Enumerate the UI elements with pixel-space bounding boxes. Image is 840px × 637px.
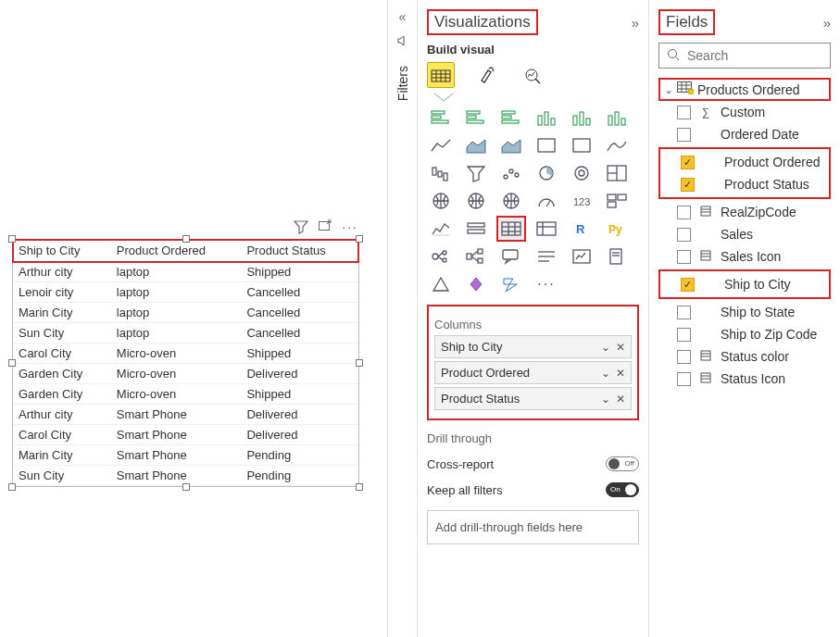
format-visual-tab[interactable] — [473, 62, 501, 88]
filters-pane-collapsed[interactable]: « Filters — [388, 0, 418, 637]
field-item[interactable]: Product Ordered — [662, 151, 827, 173]
viz-paginated-icon[interactable] — [604, 245, 630, 268]
keep-all-filters-toggle[interactable]: On — [606, 482, 639, 497]
field-item[interactable]: Ship to State — [658, 301, 831, 323]
viz-qa-icon[interactable] — [498, 245, 524, 268]
column-header[interactable]: Product Ordered — [111, 240, 242, 262]
viz-matrix-icon[interactable] — [533, 218, 559, 240]
remove-field-icon[interactable]: ✕ — [616, 393, 625, 406]
fields-search-input[interactable] — [685, 47, 822, 64]
table-row[interactable]: Arthur citySmart PhoneDelivered — [13, 405, 358, 425]
viz-line-clustered-icon[interactable] — [533, 134, 559, 156]
table-row[interactable]: Carol CityMicro-ovenShipped — [13, 343, 358, 364]
viz-filled-map-icon[interactable] — [463, 190, 489, 212]
filter-icon[interactable] — [294, 219, 308, 237]
field-checkbox[interactable] — [677, 372, 691, 386]
viz-r-visual-icon[interactable]: R — [569, 218, 595, 240]
field-checkbox[interactable] — [677, 250, 691, 264]
column-field-well[interactable]: Product Ordered⌄✕ — [434, 361, 632, 384]
remove-field-icon[interactable]: ✕ — [616, 341, 625, 354]
viz-donut-icon[interactable] — [569, 162, 595, 184]
viz-area-icon[interactable] — [463, 134, 489, 156]
field-item[interactable]: Ship to Zip Code — [658, 323, 831, 345]
column-field-well[interactable]: Product Status⌄✕ — [434, 387, 632, 410]
viz-waterfall-icon[interactable] — [428, 162, 454, 184]
viz-gauge-icon[interactable] — [533, 190, 559, 212]
viz-clustered-bar-icon[interactable] — [463, 106, 489, 129]
viz-multi-card-icon[interactable] — [604, 190, 630, 212]
viz-stacked-column-100-icon[interactable] — [604, 106, 630, 129]
table-visual[interactable]: ··· Ship to City Product Ordered Product… — [12, 239, 359, 487]
viz-stacked-bar-100-icon[interactable] — [498, 106, 524, 129]
field-checkbox[interactable] — [677, 228, 691, 242]
table-row[interactable]: Arthur citylaptopShipped — [13, 262, 358, 282]
viz-kpi-icon[interactable] — [428, 218, 454, 240]
viz-decomp-tree-icon[interactable] — [463, 245, 489, 268]
viz-power-automate-icon[interactable] — [498, 273, 524, 295]
chevron-down-icon[interactable]: ⌄ — [601, 367, 610, 380]
collapse-visualizations-icon[interactable]: » — [632, 15, 639, 31]
column-header[interactable]: Product Status — [241, 240, 358, 262]
table-row[interactable]: Lenoir citylaptopCancelled — [13, 282, 358, 303]
viz-clustered-column-icon[interactable] — [569, 106, 595, 129]
remove-field-icon[interactable]: ✕ — [616, 367, 625, 380]
table-row[interactable]: Garden CityMicro-ovenShipped — [13, 384, 358, 405]
chevron-down-icon[interactable]: ⌄ — [601, 341, 610, 354]
viz-more-icon[interactable]: ··· — [533, 273, 559, 295]
table-row[interactable]: Sun CitylaptopCancelled — [13, 323, 358, 343]
field-item[interactable]: Status Icon — [658, 368, 831, 390]
viz-goals-icon[interactable] — [569, 245, 595, 268]
report-canvas[interactable]: ··· Ship to City Product Ordered Product… — [0, 0, 387, 637]
viz-key-influencers-icon[interactable] — [428, 245, 454, 268]
field-item[interactable]: Sales Icon — [658, 245, 831, 268]
viz-treemap-icon[interactable] — [604, 162, 630, 184]
viz-map-icon[interactable] — [428, 190, 454, 212]
field-checkbox[interactable] — [677, 106, 691, 119]
field-checkbox[interactable] — [677, 306, 691, 319]
field-checkbox[interactable] — [677, 350, 691, 364]
focus-mode-icon[interactable] — [318, 219, 332, 237]
speaker-icon[interactable] — [388, 33, 417, 51]
viz-narrative-icon[interactable] — [533, 245, 559, 268]
field-item[interactable]: Ordered Date — [658, 123, 831, 145]
viz-azure-map-icon[interactable] — [498, 190, 524, 212]
table-row[interactable]: Marin CitylaptopCancelled — [13, 303, 358, 323]
table-row[interactable]: Garden CityMicro-ovenDelivered — [13, 364, 358, 384]
collapse-fields-icon[interactable]: » — [823, 15, 831, 31]
field-checkbox[interactable] — [677, 206, 691, 219]
viz-stacked-column-icon[interactable] — [533, 106, 559, 129]
viz-funnel-icon[interactable] — [463, 162, 489, 184]
viz-stacked-area-icon[interactable] — [498, 134, 524, 156]
field-item[interactable]: ∑Custom — [658, 101, 831, 123]
viz-py-visual-icon[interactable]: Py — [604, 218, 630, 240]
viz-arcgis-icon[interactable] — [428, 273, 454, 295]
field-checkbox[interactable] — [677, 128, 691, 142]
cross-report-toggle[interactable]: Off — [606, 456, 639, 471]
column-field-well[interactable]: Ship to City⌄✕ — [434, 335, 632, 358]
viz-table-icon[interactable] — [498, 218, 524, 240]
field-checkbox[interactable] — [681, 156, 695, 169]
field-item[interactable]: Product Status — [662, 173, 827, 195]
field-item[interactable]: RealZipCode — [658, 201, 831, 223]
field-checkbox[interactable] — [677, 328, 691, 342]
field-item[interactable]: Status color — [658, 345, 831, 368]
analytics-tab[interactable] — [520, 62, 547, 88]
table-node-products-ordered[interactable]: ⌄ Products Ordered — [658, 78, 831, 101]
viz-power-apps-icon[interactable] — [463, 273, 489, 295]
table-row[interactable]: Marin CitySmart PhonePending — [13, 445, 358, 466]
viz-slicer-icon[interactable] — [463, 218, 489, 240]
field-checkbox[interactable] — [681, 178, 695, 192]
viz-line-stacked-icon[interactable] — [569, 134, 595, 156]
chevron-down-icon[interactable]: ⌄ — [601, 393, 610, 406]
table-row[interactable]: Carol CitySmart PhoneDelivered — [13, 425, 358, 445]
viz-card-icon[interactable]: 123 — [569, 190, 595, 212]
fields-search[interactable] — [658, 43, 831, 69]
viz-stacked-bar-icon[interactable] — [428, 106, 454, 129]
column-header[interactable]: Ship to City — [13, 240, 111, 262]
field-checkbox[interactable] — [681, 278, 695, 292]
drill-through-dropzone[interactable]: Add drill-through fields here — [427, 510, 639, 544]
expand-filters-icon[interactable]: « — [388, 9, 417, 24]
field-item[interactable]: Sales — [658, 223, 831, 245]
viz-scatter-icon[interactable] — [498, 162, 524, 184]
viz-pie-icon[interactable] — [533, 162, 559, 184]
